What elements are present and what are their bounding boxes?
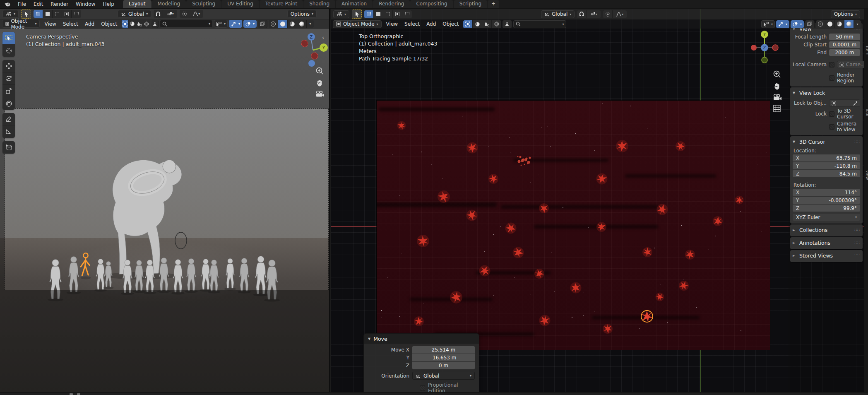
select-mode-extend[interactable] bbox=[43, 10, 53, 18]
tab-rendering[interactable]: Rendering bbox=[373, 0, 410, 8]
viewport-menu-view[interactable]: View bbox=[383, 20, 401, 28]
viewport-menu-select[interactable]: Select bbox=[401, 20, 423, 28]
shading-material-icon[interactable] bbox=[288, 20, 297, 28]
mode-dropdown[interactable]: Object Mode ▾ bbox=[2, 20, 40, 28]
transfer-mode-icon[interactable] bbox=[463, 20, 473, 28]
move-panel-header[interactable]: ▼ Move bbox=[364, 334, 479, 344]
tab-texture-paint[interactable]: Texture Paint bbox=[260, 0, 303, 8]
cursor-location-x-field[interactable]: X63.75 m bbox=[793, 154, 860, 161]
overlays-dropdown[interactable]: ▾ bbox=[791, 20, 804, 28]
cursor-rotation-y-field[interactable]: Y-0.000309° bbox=[793, 197, 860, 204]
navigation-gizmo[interactable]: Y Z bbox=[750, 29, 779, 67]
shading-wireframe-icon[interactable] bbox=[269, 20, 278, 28]
viewport-menu-view[interactable]: View bbox=[41, 20, 59, 28]
zoom-icon[interactable] bbox=[773, 70, 781, 78]
options-dropdown[interactable]: Options ▾ bbox=[287, 10, 317, 18]
pan-hand-icon[interactable] bbox=[773, 82, 781, 90]
menu-window[interactable]: Window bbox=[72, 0, 99, 9]
move-x-field[interactable]: 25.514 m bbox=[412, 346, 475, 354]
clip-end-field[interactable]: 2000 m bbox=[829, 49, 860, 56]
render-region-checkbox[interactable] bbox=[829, 75, 834, 81]
blender-logo-icon[interactable] bbox=[0, 0, 14, 8]
paint-drop-icon[interactable] bbox=[136, 20, 143, 28]
eyedropper-icon[interactable] bbox=[853, 101, 858, 106]
search-input[interactable] bbox=[522, 21, 560, 27]
grip-icon[interactable]: ∷∷ bbox=[855, 241, 860, 245]
select-mode-intersect[interactable] bbox=[72, 10, 81, 18]
overlays-dropdown[interactable]: ▾ bbox=[243, 20, 257, 28]
move-z-field[interactable]: 0 m bbox=[412, 362, 475, 369]
tool-cursor[interactable] bbox=[2, 44, 15, 57]
tool-select-box[interactable] bbox=[2, 32, 15, 44]
selectability-dropdown[interactable]: ▾ bbox=[761, 20, 775, 28]
tool-measure[interactable] bbox=[2, 125, 15, 138]
menu-file[interactable]: File bbox=[14, 0, 30, 9]
statusbar-icon[interactable] bbox=[77, 393, 80, 395]
tab-scripting[interactable]: Scripting bbox=[454, 0, 487, 8]
select-mode-set[interactable] bbox=[34, 10, 43, 18]
shading-rendered-icon[interactable] bbox=[297, 20, 307, 28]
navigation-gizmo[interactable]: Z Y bbox=[299, 27, 329, 67]
viewport-menu-object[interactable]: Object bbox=[98, 20, 120, 28]
editor-type-dropdown[interactable]: ▾ bbox=[2, 10, 19, 18]
panel-view-lock-header[interactable]: ▼ View Lock bbox=[793, 89, 860, 96]
snap-magnet-icon[interactable] bbox=[154, 10, 163, 18]
shading-solid-icon[interactable] bbox=[278, 20, 288, 28]
viewport-menu-object[interactable]: Object bbox=[439, 20, 462, 28]
mode-dropdown[interactable]: Object Mode ▾ bbox=[333, 20, 382, 28]
panel-collections-header[interactable]: ►Collections∷∷ bbox=[793, 226, 860, 234]
cursor-rotation-x-field[interactable]: X114° bbox=[793, 189, 860, 196]
tool-rotate[interactable] bbox=[2, 72, 15, 85]
snap-target-dropdown[interactable]: ▾ bbox=[587, 10, 601, 18]
rotation-order-dropdown[interactable]: XYZ Euler ▾ bbox=[793, 214, 860, 221]
side-tab-view[interactable]: View bbox=[865, 170, 868, 180]
sculpt-sphere-icon[interactable] bbox=[129, 20, 136, 28]
move-orientation-dropdown[interactable]: Global ▾ bbox=[412, 372, 475, 380]
panel-annotations-header[interactable]: ►Annotations∷∷ bbox=[793, 239, 860, 246]
tab-compositing[interactable]: Compositing bbox=[410, 0, 453, 8]
grip-icon[interactable]: ∷∷ bbox=[855, 253, 860, 258]
tab-layout[interactable]: Layout bbox=[123, 0, 151, 8]
side-tab-item[interactable]: Item bbox=[865, 46, 868, 55]
options-dropdown[interactable]: Options ▾ bbox=[831, 10, 860, 18]
gizmos-dropdown[interactable]: ▾ bbox=[776, 20, 789, 28]
shading-dropdown[interactable]: ▾ bbox=[854, 20, 861, 28]
camera-view-icon[interactable] bbox=[773, 94, 782, 101]
menu-edit[interactable]: Edit bbox=[30, 0, 47, 9]
transfer-mode-icon[interactable] bbox=[122, 20, 129, 28]
select-mode-invert[interactable] bbox=[62, 10, 72, 18]
move-y-field[interactable]: -16.653 m bbox=[412, 354, 475, 361]
side-tab-tool[interactable]: Tool bbox=[865, 108, 868, 116]
shading-dropdown[interactable]: ▾ bbox=[307, 20, 314, 28]
camera-view-icon[interactable] bbox=[315, 91, 325, 97]
transform-orientation-dropdown[interactable]: Global ▾ bbox=[541, 10, 575, 18]
texture-globe-icon[interactable] bbox=[143, 20, 150, 28]
editor-type-dropdown[interactable]: ▾ bbox=[333, 10, 349, 18]
proportional-editing-icon[interactable] bbox=[180, 10, 189, 18]
tool-move[interactable] bbox=[2, 60, 15, 72]
pan-hand-icon[interactable] bbox=[315, 79, 324, 87]
xray-toggle-icon[interactable] bbox=[805, 20, 815, 28]
tab-sculpting[interactable]: Sculpting bbox=[186, 0, 221, 8]
proportional-editing-icon[interactable] bbox=[603, 10, 613, 18]
viewport-menu-select[interactable]: Select bbox=[60, 20, 82, 28]
cursor-rotation-z-field[interactable]: Z99.9° bbox=[793, 205, 860, 212]
lock-to-object-field[interactable] bbox=[829, 99, 860, 107]
snap-magnet-icon[interactable] bbox=[577, 10, 587, 18]
texture-globe-icon[interactable] bbox=[492, 20, 501, 28]
snap-target-dropdown[interactable]: ▾ bbox=[163, 10, 177, 18]
shading-rendered-icon[interactable] bbox=[844, 20, 854, 28]
tab-shading[interactable]: Shading bbox=[303, 0, 335, 8]
camera-to-view-checkbox[interactable] bbox=[829, 124, 834, 130]
panel-stored-views-header[interactable]: ►Stored Views∷∷ bbox=[793, 252, 860, 259]
shading-wireframe-icon[interactable] bbox=[816, 20, 825, 28]
proportional-falloff-dropdown[interactable]: ▾ bbox=[189, 10, 203, 18]
grip-icon[interactable]: ∷∷ bbox=[855, 228, 860, 232]
statusbar-icon[interactable] bbox=[70, 393, 73, 395]
gizmos-dropdown[interactable]: ▾ bbox=[229, 20, 242, 28]
tab-modeling[interactable]: Modeling bbox=[152, 0, 186, 8]
local-camera-checkbox[interactable] bbox=[829, 62, 834, 67]
tool-scale[interactable] bbox=[2, 85, 15, 97]
clip-start-field[interactable]: 0.0001 m bbox=[829, 41, 860, 48]
cursor-location-z-field[interactable]: Z84.5 m bbox=[793, 170, 860, 177]
